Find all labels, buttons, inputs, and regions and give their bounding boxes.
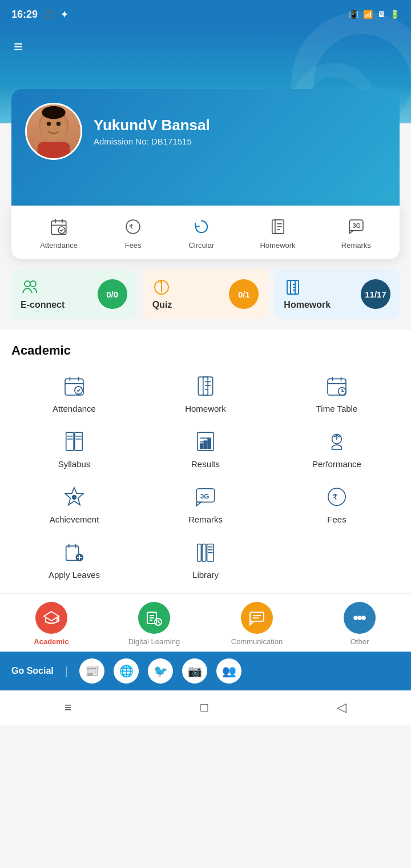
social-globe-icon[interactable]: 🌐 bbox=[114, 658, 139, 684]
status-time-area: 16:29 🎵 ✦ bbox=[11, 9, 68, 21]
svg-point-20 bbox=[25, 281, 30, 287]
android-back-btn[interactable]: ◁ bbox=[337, 700, 346, 715]
nav-communication-label: Communication bbox=[231, 637, 283, 646]
section-title: Academic bbox=[11, 343, 400, 358]
quick-attendance-label: Attendance bbox=[40, 241, 78, 250]
go-social-label: Go Social bbox=[11, 666, 54, 676]
svg-point-3 bbox=[57, 122, 61, 126]
svg-text:₹: ₹ bbox=[332, 492, 338, 502]
status-time: 16:29 bbox=[11, 9, 38, 21]
svg-rect-54 bbox=[204, 441, 207, 448]
stat-quiz[interactable]: Quiz 0/1 bbox=[143, 269, 268, 319]
svg-line-85 bbox=[158, 622, 160, 623]
svg-rect-39 bbox=[328, 379, 346, 395]
grid-homework[interactable]: Homework bbox=[143, 374, 268, 413]
nav-academic-icon bbox=[35, 602, 67, 634]
svg-rect-4 bbox=[38, 142, 70, 158]
quick-circular[interactable]: Circular bbox=[188, 217, 214, 250]
android-menu-btn[interactable]: ≡ bbox=[65, 700, 72, 715]
svg-rect-44 bbox=[66, 432, 74, 451]
profile-info: YukundV Bansal Admission No: DB171515 bbox=[94, 116, 210, 146]
go-social-bar: Go Social | 📰 🌐 🐦 📷 👥 bbox=[0, 652, 411, 690]
avatar bbox=[25, 103, 82, 160]
grid-fees[interactable]: ₹ Fees bbox=[274, 485, 400, 524]
nav-digital-icon bbox=[138, 602, 170, 634]
svg-rect-86 bbox=[250, 612, 264, 621]
stats-row: E-connect 0/0 Quiz 0/1 Homework bbox=[11, 269, 400, 319]
social-newspaper-icon[interactable]: 📰 bbox=[79, 658, 104, 684]
grid-applyleaves[interactable]: Apply Leaves bbox=[11, 540, 137, 580]
nav-communication-icon bbox=[241, 602, 273, 634]
grid-attendance-label: Attendance bbox=[53, 404, 96, 413]
svg-point-2 bbox=[47, 122, 51, 126]
quiz-label: Quiz bbox=[152, 300, 172, 310]
grid-syllabus[interactable]: Syllabus bbox=[11, 429, 137, 469]
grid-attendance[interactable]: Attendance bbox=[11, 374, 137, 413]
grid-achievement[interactable]: Achievement bbox=[11, 485, 137, 524]
grid-timetable[interactable]: Time Table bbox=[274, 374, 400, 413]
nav-other-icon bbox=[344, 602, 376, 634]
grid-library-label: Library bbox=[192, 570, 219, 580]
android-home-btn[interactable]: □ bbox=[200, 700, 208, 715]
grid-results-label: Results bbox=[191, 459, 220, 469]
bottom-nav: Academic Digital Learning Commu bbox=[0, 593, 411, 652]
quick-fees-label: Fees bbox=[125, 241, 142, 250]
grid-timetable-label: Time Table bbox=[316, 404, 358, 413]
econnect-badge: 0/0 bbox=[98, 279, 127, 309]
grid-results[interactable]: Results bbox=[143, 429, 268, 469]
social-icons: 📰 🌐 🐦 📷 👥 bbox=[79, 658, 241, 684]
quick-circular-label: Circular bbox=[188, 241, 214, 250]
svg-rect-73 bbox=[202, 544, 206, 561]
svg-point-91 bbox=[362, 617, 365, 620]
svg-point-89 bbox=[354, 617, 357, 620]
social-group-icon[interactable]: 👥 bbox=[216, 658, 241, 684]
go-social-divider: | bbox=[65, 665, 68, 678]
stat-homework[interactable]: Homework 11/17 bbox=[275, 269, 400, 319]
svg-text:3G: 3G bbox=[200, 492, 209, 500]
profile-name: YukundV Bansal bbox=[94, 116, 210, 134]
grid-remarks[interactable]: 3G Remarks bbox=[143, 485, 268, 524]
quick-remarks[interactable]: 3G Remarks bbox=[341, 217, 371, 250]
grid-library[interactable]: Library bbox=[143, 540, 268, 580]
status-icon2: ✦ bbox=[61, 9, 68, 20]
svg-point-5 bbox=[42, 106, 65, 119]
quick-homework-label: Homework bbox=[260, 241, 295, 250]
nav-academic[interactable]: Academic bbox=[0, 602, 103, 646]
nav-communication[interactable]: Communication bbox=[206, 602, 308, 646]
svg-rect-72 bbox=[198, 544, 202, 561]
grid-remarks-label: Remarks bbox=[188, 515, 223, 524]
nav-digital-label: Digital Learning bbox=[128, 637, 180, 646]
quick-fees[interactable]: ₹ Fees bbox=[123, 217, 143, 250]
quick-homework[interactable]: Homework bbox=[260, 217, 295, 250]
stat-econnect[interactable]: E-connect 0/0 bbox=[11, 269, 136, 319]
nav-other[interactable]: Other bbox=[308, 602, 411, 646]
svg-text:₹: ₹ bbox=[129, 223, 134, 231]
social-twitter-icon[interactable]: 🐦 bbox=[148, 658, 173, 684]
svg-rect-55 bbox=[208, 439, 211, 449]
nav-digital[interactable]: Digital Learning bbox=[103, 602, 206, 646]
grid-empty bbox=[274, 540, 400, 580]
homework-badge: 11/17 bbox=[361, 279, 390, 309]
social-instagram-icon[interactable]: 📷 bbox=[182, 658, 207, 684]
status-icon1: 🎵 bbox=[43, 9, 55, 20]
nav-academic-label: Academic bbox=[34, 637, 68, 646]
svg-point-90 bbox=[358, 617, 361, 620]
econnect-label: E-connect bbox=[21, 300, 65, 310]
nav-other-label: Other bbox=[350, 637, 369, 646]
grid-achievement-label: Achievement bbox=[50, 515, 99, 524]
quiz-badge: 0/1 bbox=[229, 279, 259, 309]
android-nav: ≡ □ ◁ bbox=[0, 690, 411, 725]
profile-section: YukundV Bansal Admission No: DB171515 bbox=[11, 89, 400, 206]
svg-rect-53 bbox=[200, 444, 203, 448]
grid-performance-label: Performance bbox=[312, 459, 361, 469]
quick-attendance[interactable]: Attendance bbox=[40, 217, 78, 250]
quick-menu-card: Attendance ₹ Fees Circular Homework 3G bbox=[11, 206, 400, 259]
grid-homework-label: Homework bbox=[185, 404, 226, 413]
homework-stat-label: Homework bbox=[284, 300, 331, 310]
svg-point-61 bbox=[72, 495, 76, 500]
grid-fees-label: Fees bbox=[327, 515, 346, 524]
academic-grid: Attendance Homework Time Table bbox=[11, 374, 400, 580]
grid-applyleaves-label: Apply Leaves bbox=[49, 570, 100, 580]
grid-performance[interactable]: Performance bbox=[274, 429, 400, 469]
quick-remarks-label: Remarks bbox=[341, 241, 371, 250]
